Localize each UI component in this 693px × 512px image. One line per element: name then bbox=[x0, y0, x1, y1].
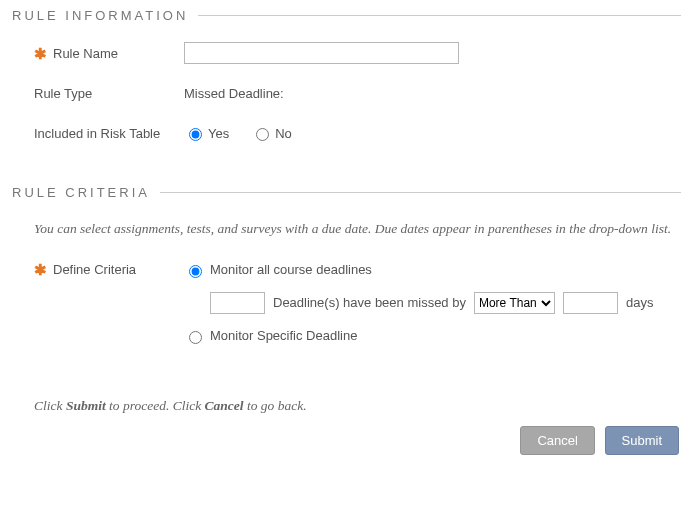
days-suffix: days bbox=[626, 295, 653, 310]
rule-criteria-header: RULE CRITERIA bbox=[12, 185, 681, 200]
footer-hint-text: to go back. bbox=[244, 398, 307, 413]
deadline-phrase: Deadline(s) have been missed by bbox=[273, 295, 466, 310]
button-bar: Cancel Submit bbox=[12, 426, 681, 455]
compare-select[interactable]: More Than bbox=[474, 292, 555, 314]
risk-no-radio[interactable] bbox=[256, 128, 269, 141]
monitor-specific-radio[interactable] bbox=[189, 331, 202, 344]
rule-type-label-col: Rule Type bbox=[34, 86, 184, 101]
deadline-count-input[interactable] bbox=[210, 292, 265, 314]
monitor-specific-label: Monitor Specific Deadline bbox=[210, 328, 357, 343]
rule-type-row: Rule Type Missed Deadline: bbox=[34, 81, 681, 105]
monitor-specific-option[interactable]: Monitor Specific Deadline bbox=[184, 328, 681, 344]
criteria-hint: You can select assignments, tests, and s… bbox=[34, 218, 681, 240]
criteria-options: Monitor all course deadlines Deadline(s)… bbox=[184, 262, 681, 344]
define-criteria-row: ✱ Define Criteria Monitor all course dea… bbox=[34, 262, 681, 344]
required-icon: ✱ bbox=[34, 262, 47, 344]
days-input[interactable] bbox=[563, 292, 618, 314]
risk-table-label-col: Included in Risk Table bbox=[34, 126, 184, 141]
footer-submit-word: Submit bbox=[66, 398, 106, 413]
risk-table-row: Included in Risk Table Yes No bbox=[34, 121, 681, 145]
rule-name-input[interactable] bbox=[184, 42, 459, 64]
footer-cancel-word: Cancel bbox=[205, 398, 244, 413]
rule-type-label: Rule Type bbox=[34, 86, 92, 101]
rule-name-label: Rule Name bbox=[53, 46, 118, 61]
rule-information-fields: ✱ Rule Name Rule Type Missed Deadline: I… bbox=[12, 41, 681, 169]
rule-type-value: Missed Deadline: bbox=[184, 86, 284, 101]
monitor-all-label: Monitor all course deadlines bbox=[210, 262, 372, 277]
footer-hint-text: to proceed. Click bbox=[106, 398, 205, 413]
footer-hint-text: Click bbox=[34, 398, 66, 413]
rule-information-title: RULE INFORMATION bbox=[12, 8, 198, 23]
define-criteria-label: Define Criteria bbox=[53, 262, 136, 344]
divider bbox=[198, 15, 681, 16]
risk-table-label: Included in Risk Table bbox=[34, 126, 160, 141]
divider bbox=[160, 192, 681, 193]
cancel-button[interactable]: Cancel bbox=[520, 426, 594, 455]
risk-no-label: No bbox=[275, 126, 292, 141]
deadline-threshold-row: Deadline(s) have been missed by More Tha… bbox=[184, 292, 681, 314]
submit-button[interactable]: Submit bbox=[605, 426, 679, 455]
rule-name-row: ✱ Rule Name bbox=[34, 41, 681, 65]
monitor-all-option[interactable]: Monitor all course deadlines bbox=[184, 262, 681, 278]
rule-name-label-col: ✱ Rule Name bbox=[34, 46, 184, 61]
rule-criteria-title: RULE CRITERIA bbox=[12, 185, 160, 200]
required-icon: ✱ bbox=[34, 46, 47, 61]
footer-hint: Click Submit to proceed. Click Cancel to… bbox=[34, 398, 681, 414]
monitor-all-radio[interactable] bbox=[189, 265, 202, 278]
risk-yes-radio[interactable] bbox=[189, 128, 202, 141]
risk-yes-label: Yes bbox=[208, 126, 229, 141]
risk-no-option[interactable]: No bbox=[251, 125, 292, 141]
rule-criteria-fields: You can select assignments, tests, and s… bbox=[12, 218, 681, 364]
risk-yes-option[interactable]: Yes bbox=[184, 125, 229, 141]
rule-information-header: RULE INFORMATION bbox=[12, 8, 681, 23]
define-criteria-label-col: ✱ Define Criteria bbox=[34, 262, 184, 344]
